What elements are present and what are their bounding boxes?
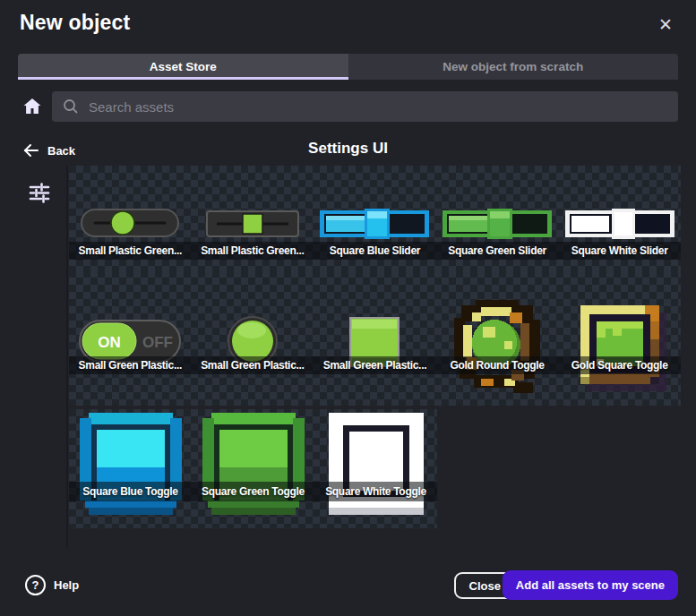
svg-text:ON: ON [99,334,122,351]
asset-label: Square Blue Slider [330,244,420,257]
search-bar [52,91,678,122]
asset-card-small-green-plastic-on-off[interactable]: ON OFF Small Green Plastic... [69,270,192,406]
asset-label: Square Blue Toggle [82,485,177,498]
white-slider-preview [565,209,675,239]
asset-card-square-blue-slider[interactable]: Square Blue Slider [314,166,436,270]
close-icon[interactable]: ✕ [657,14,675,35]
tune-sliders-icon [27,180,54,205]
tab-asset-store-label: Asset Store [150,60,217,73]
add-all-assets-button[interactable]: Add all assets to my scene [503,570,678,600]
back-arrow-icon [23,143,39,158]
asset-label: Small Green Plastic... [201,359,304,372]
asset-row-square-toggles: Square Blue Toggle Square Green Toggle S… [69,409,437,528]
asset-label: Square Green Toggle [202,485,305,498]
panel-divider [66,166,68,548]
dialog-title: New object [20,11,130,35]
help-icon: ? [25,575,46,595]
asset-card-square-blue-toggle[interactable]: Square Blue Toggle [69,409,192,528]
blue-slider-preview [320,209,429,239]
asset-card-square-green-toggle[interactable]: Square Green Toggle [192,409,314,528]
search-input[interactable] [87,98,667,116]
magnifier-icon [63,98,79,115]
asset-card-small-plastic-green-round-slider[interactable]: Small Plastic Green... [69,166,192,270]
asset-card-gold-square-toggle[interactable]: Gold Square Toggle [558,270,681,406]
back-button[interactable]: Back [23,139,75,162]
asset-label: Gold Square Toggle [571,359,668,372]
gold-round-toggle-preview [454,300,540,393]
asset-label: Square White Slider [571,244,668,257]
asset-label: Square White Toggle [325,485,426,498]
asset-label: Gold Round Toggle [450,359,544,372]
filter-button[interactable] [27,179,54,206]
asset-card-square-green-slider[interactable]: Square Green Slider [436,166,559,270]
back-label: Back [47,144,75,158]
tab-bar: Asset Store New object from scratch [18,54,678,80]
asset-row-toggles: ON OFF Small Green Plastic... Small Gree… [69,270,681,406]
home-icon [21,96,47,117]
asset-label: Small Green Plastic... [323,359,426,372]
asset-card-square-white-slider[interactable]: Square White Slider [558,166,681,270]
asset-label: Small Plastic Green... [201,244,304,257]
home-button[interactable] [21,93,47,120]
tab-new-object-from-scratch[interactable]: New object from scratch [348,54,679,80]
svg-text:OFF: OFF [142,334,173,351]
tab-asset-store[interactable]: Asset Store [18,54,348,80]
gold-square-toggle-preview [573,298,666,393]
active-tab-underline [18,77,348,80]
help-button[interactable]: ? Help [25,575,79,595]
asset-row-sliders-plastic: Small Plastic Green... Small Plastic Gre… [69,166,681,270]
green-slider-preview [443,209,552,239]
round-slider-preview [81,209,179,237]
asset-label: Square Green Slider [448,244,546,257]
asset-card-small-green-plastic-circle[interactable]: Small Green Plastic... [192,270,314,406]
square-knob-slider-preview [206,210,299,237]
help-label: Help [54,578,79,592]
asset-card-gold-round-toggle[interactable]: Gold Round Toggle [436,270,559,406]
section-title: Settings UI [0,140,696,158]
asset-card-small-plastic-green-square-slider[interactable]: Small Plastic Green... [192,166,314,270]
asset-card-square-white-toggle[interactable]: Square White Toggle [314,409,437,528]
asset-label: Small Plastic Green... [79,244,182,257]
tab-from-scratch-label: New object from scratch [443,60,583,73]
asset-label: Small Green Plastic... [79,359,182,372]
asset-card-small-green-plastic-square[interactable]: Small Green Plastic... [314,270,436,406]
